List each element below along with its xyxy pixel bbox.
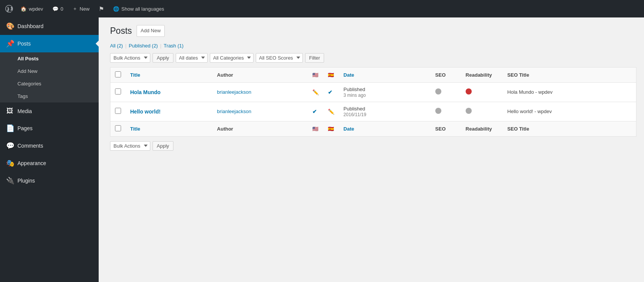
row1-check-icon: ✔ xyxy=(328,89,332,95)
date-sort-link-footer[interactable]: Date xyxy=(343,126,354,132)
all-posts-label: All Posts xyxy=(17,56,39,61)
col-date-header[interactable]: Date xyxy=(339,67,431,82)
row2-date-status: Published xyxy=(343,106,365,112)
filter-trash[interactable]: Trash (1) xyxy=(164,43,183,49)
row1-seo-title-cell: Hola Mundo - wpdev xyxy=(503,82,636,102)
row1-date-sub: 3 mins ago xyxy=(343,93,366,98)
flag-us-footer-icon: 🇺🇸 xyxy=(312,126,318,132)
row2-author-link[interactable]: brianleejackson xyxy=(217,109,251,114)
adminbar-comments[interactable]: 💬 0 xyxy=(49,0,67,17)
appearance-icon: 🎭 xyxy=(6,159,14,167)
row2-pencil-icon[interactable]: ✏️ xyxy=(328,109,334,115)
row1-checkbox[interactable] xyxy=(115,88,121,95)
adminbar-yoast[interactable]: ⚑ xyxy=(95,0,108,17)
select-all-checkbox[interactable] xyxy=(115,71,121,77)
sidebar-label-appearance: Appearance xyxy=(17,160,46,166)
col-seo-header: SEO xyxy=(431,67,461,82)
table-row: Hola Mundo brianleejackson ✏️ ✔ Publishe… xyxy=(110,82,636,102)
pages-icon: 📄 xyxy=(6,124,14,132)
sidebar-item-media[interactable]: 🖼 Media xyxy=(0,102,99,120)
page-title: Posts xyxy=(110,26,132,36)
row1-readability-cell xyxy=(461,82,503,102)
filter-published-link[interactable]: Published (2) xyxy=(129,43,158,49)
row2-title-link[interactable]: Hello world! xyxy=(130,109,161,115)
sidebar-item-all-posts[interactable]: All Posts xyxy=(0,52,99,65)
table-foot: Title Author 🇺🇸 🇪🇸 Date SE xyxy=(110,121,636,136)
sidebar-submenu-posts: All Posts Add New Categories Tags xyxy=(0,52,99,102)
sidebar-item-categories[interactable]: Categories xyxy=(0,77,99,90)
dates-select[interactable]: All dates xyxy=(176,53,208,63)
col-seo-title-header: SEO Title xyxy=(503,67,636,82)
sidebar-item-add-new[interactable]: Add New xyxy=(0,65,99,77)
adminbar-languages[interactable]: 🌐 Show all languages xyxy=(109,0,168,17)
posts-table: Title Author 🇺🇸 🇪🇸 Date SE xyxy=(110,67,636,137)
tags-label: Tags xyxy=(17,93,28,99)
col-flag-us-footer: 🇺🇸 xyxy=(308,121,323,136)
admin-bar: 🏠 wpdev 💬 0 ＋ New ⚑ 🌐 Show all languages xyxy=(0,0,644,17)
adminbar-new[interactable]: ＋ New xyxy=(69,0,93,17)
row2-seo-title-cell: Hello world! - wpdev xyxy=(503,102,636,121)
apply-button-bottom[interactable]: Apply xyxy=(153,141,173,151)
sidebar-item-pages[interactable]: 📄 Pages xyxy=(0,120,99,137)
row2-seo-cell xyxy=(431,102,461,121)
row2-checkbox-cell[interactable] xyxy=(110,102,126,121)
sidebar-item-dashboard[interactable]: 🎨 Dashboard xyxy=(0,17,99,35)
filter-links: All (2) | Published (2) | Trash (1) xyxy=(110,43,636,49)
seo-scores-select[interactable]: All SEO Scores xyxy=(256,53,303,63)
home-icon: 🏠 xyxy=(20,6,27,12)
row1-author-cell: brianleejackson xyxy=(213,82,308,102)
row1-checkbox-cell[interactable] xyxy=(110,82,126,102)
sidebar-item-tags[interactable]: Tags xyxy=(0,90,99,102)
row2-seo-title-text: Hello world! - wpdev xyxy=(507,109,552,114)
wp-logo[interactable] xyxy=(3,0,15,17)
dashboard-icon: 🎨 xyxy=(6,22,14,30)
add-new-sub-label: Add New xyxy=(17,68,38,74)
row1-pencil-icon[interactable]: ✏️ xyxy=(312,89,319,95)
col-title-footer[interactable]: Title xyxy=(126,121,213,136)
sidebar-item-appearance[interactable]: 🎭 Appearance xyxy=(0,154,99,172)
table-body: Hola Mundo brianleejackson ✏️ ✔ Publishe… xyxy=(110,82,636,121)
date-sort-link[interactable]: Date xyxy=(343,72,354,78)
adminbar-site[interactable]: 🏠 wpdev xyxy=(17,0,47,17)
row2-author-cell: brianleejackson xyxy=(213,102,308,121)
filter-trash-link[interactable]: Trash (1) xyxy=(164,43,183,49)
sidebar: 🎨 Dashboard 📌 Posts All Posts Add New Ca… xyxy=(0,17,99,282)
filter-button[interactable]: Filter xyxy=(305,53,324,63)
bulk-actions-select-bottom[interactable]: Bulk Actions xyxy=(110,141,150,151)
col-author-footer: Author xyxy=(213,121,308,136)
col-readability-header: Readability xyxy=(461,67,503,82)
row1-title-link[interactable]: Hola Mundo xyxy=(130,89,161,95)
sidebar-label-media: Media xyxy=(17,108,32,114)
add-new-button[interactable]: Add New xyxy=(137,25,165,37)
row1-author-link[interactable]: brianleejackson xyxy=(217,89,251,95)
row1-date-cell: Published 3 mins ago xyxy=(339,82,431,102)
select-all-footer[interactable] xyxy=(110,121,126,136)
tablenav-bottom: Bulk Actions Apply xyxy=(110,141,636,151)
tablenav-top: Bulk Actions Apply All dates All Categor… xyxy=(110,53,636,63)
filter-published[interactable]: Published (2) xyxy=(129,43,158,49)
col-seo-footer: SEO xyxy=(431,121,461,136)
row2-checkbox[interactable] xyxy=(115,108,121,114)
bulk-actions-select-top[interactable]: Bulk Actions xyxy=(110,53,150,63)
flag-es-footer-icon: 🇪🇸 xyxy=(328,126,334,132)
title-sort-link[interactable]: Title xyxy=(130,72,140,78)
sidebar-item-plugins[interactable]: 🔌 Plugins xyxy=(0,172,99,189)
filter-all[interactable]: All (2) xyxy=(110,43,123,49)
row2-date-sub: 2016/11/19 xyxy=(343,112,366,117)
col-date-footer[interactable]: Date xyxy=(339,121,431,136)
apply-button-top[interactable]: Apply xyxy=(153,53,173,63)
select-all-footer-checkbox[interactable] xyxy=(115,125,121,131)
categories-select[interactable]: All Categories xyxy=(210,53,254,63)
select-all-header[interactable] xyxy=(110,67,126,82)
sidebar-item-posts[interactable]: 📌 Posts xyxy=(0,35,99,52)
table-footer-row: Title Author 🇺🇸 🇪🇸 Date SE xyxy=(110,121,636,136)
row2-title-cell: Hello world! xyxy=(126,102,213,121)
row1-flag-us-cell: ✏️ xyxy=(308,82,323,102)
col-title-header[interactable]: Title xyxy=(126,67,213,82)
row2-seo-dot xyxy=(435,108,441,114)
filter-all-link[interactable]: All (2) xyxy=(110,43,123,49)
title-sort-link-footer[interactable]: Title xyxy=(130,126,140,132)
sidebar-item-comments[interactable]: 💬 Comments xyxy=(0,137,99,154)
table-row: Hello world! brianleejackson ✔ ✏️ Publis… xyxy=(110,102,636,121)
row1-seo-dot xyxy=(435,88,441,95)
